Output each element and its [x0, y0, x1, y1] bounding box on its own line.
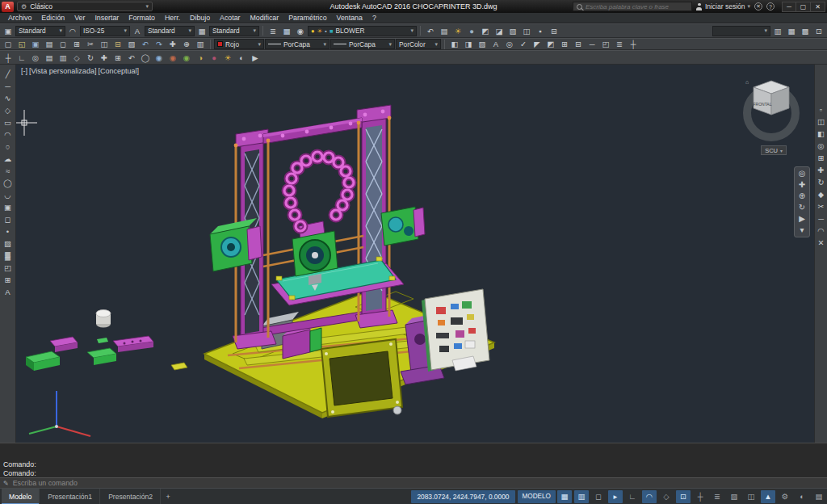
visual-style-realistic-icon[interactable]: ◉: [166, 52, 179, 63]
cut-icon[interactable]: ✂: [84, 39, 97, 50]
view-top-icon[interactable]: ▥: [57, 52, 69, 63]
polar-tracking-icon[interactable]: ◠: [642, 490, 657, 503]
menu-ventana[interactable]: Ventana: [332, 13, 367, 23]
search-input[interactable]: [586, 3, 688, 10]
designcenter-icon[interactable]: ▦: [785, 25, 798, 36]
customize-icon[interactable]: ▤: [812, 490, 826, 503]
visual-style-hidden-icon[interactable]: ◉: [153, 52, 166, 63]
layer-lock-icon[interactable]: ▪: [534, 25, 547, 36]
publish-icon[interactable]: ⊞: [70, 39, 83, 50]
mtext-icon[interactable]: A: [2, 286, 15, 297]
find-icon[interactable]: ◎: [503, 39, 516, 50]
layer-isolate-icon[interactable]: ◩: [479, 25, 492, 36]
signin-button[interactable]: Iniciar sesión: [696, 2, 750, 10]
view-front-icon[interactable]: ▤: [43, 52, 56, 63]
layer-merge-icon[interactable]: ⊟: [548, 25, 560, 36]
viewport-menu-button[interactable]: [-]: [21, 67, 27, 75]
menu-herramientas[interactable]: Herr.: [160, 13, 185, 23]
ucs-icon[interactable]: ∟: [15, 52, 28, 63]
minimize-button[interactable]: ─: [782, 2, 796, 12]
zoom-realtime-icon[interactable]: ⊕: [180, 39, 193, 50]
annotation-scale-icon[interactable]: ▲: [761, 490, 775, 503]
style-group-icon[interactable]: ◠: [66, 25, 79, 36]
layer-filters-icon[interactable]: ▦: [280, 25, 293, 36]
transparency-icon[interactable]: ▨: [727, 490, 741, 503]
point-icon[interactable]: •: [2, 225, 15, 237]
viewcube[interactable]: FRONTAL ⌂: [745, 79, 796, 137]
showmotion-tool-icon[interactable]: ▶: [799, 215, 805, 223]
snap-mode-icon[interactable]: ▥: [574, 490, 589, 503]
ellipse-arc-icon[interactable]: ◡: [2, 189, 15, 200]
infer-constraints-icon[interactable]: ◻: [591, 490, 606, 503]
orbit-tool-icon[interactable]: ↻: [799, 204, 805, 212]
hatch-edit-icon[interactable]: ▨: [476, 39, 489, 50]
save-icon[interactable]: ▣: [29, 39, 42, 50]
layer-on-bulb-icon[interactable]: ●: [311, 27, 315, 35]
open-file-icon[interactable]: ◱: [15, 39, 28, 50]
block-editor-icon[interactable]: ◧: [448, 39, 461, 50]
list-icon[interactable]: ≣: [613, 39, 626, 50]
spline-icon[interactable]: ≈: [2, 165, 15, 176]
model-space-badge[interactable]: MODELO: [518, 490, 556, 503]
redo-icon[interactable]: ↷: [153, 39, 166, 50]
viewcube-home-icon[interactable]: ⌂: [745, 79, 749, 85]
osnap-icon[interactable]: ⊡: [676, 490, 691, 503]
visual-style-conceptual-icon[interactable]: ◉: [180, 52, 193, 63]
zoom-tool-icon[interactable]: ⊕: [799, 192, 805, 200]
lineweight-select[interactable]: PorCapa: [330, 39, 395, 49]
color-select[interactable]: Rojo: [214, 39, 264, 49]
table-icon[interactable]: ⊞: [2, 274, 15, 285]
view-iso-icon[interactable]: ◇: [70, 52, 83, 63]
create-block-icon[interactable]: ◻: [2, 213, 15, 225]
tab-presentacion2[interactable]: Presentación2: [101, 489, 161, 504]
add-layout-button[interactable]: +: [162, 489, 174, 504]
trim-icon[interactable]: ✂: [815, 200, 827, 212]
menu-edicion[interactable]: Edición: [36, 13, 69, 23]
layer-unisolate-icon[interactable]: ◪: [493, 25, 506, 36]
measure-icon[interactable]: ─: [586, 39, 598, 50]
mirror-icon[interactable]: ◧: [815, 128, 827, 139]
layer-freeze-icon[interactable]: ☀: [451, 25, 464, 36]
orbit-icon[interactable]: ↻: [84, 52, 97, 63]
group-icon[interactable]: ⊞: [558, 39, 571, 50]
showmotion-icon[interactable]: ▶: [249, 52, 262, 63]
plot-preview-icon[interactable]: ◻: [57, 39, 69, 50]
navbar-options-icon[interactable]: ▾: [800, 226, 804, 234]
erase-icon[interactable]: ▫: [815, 103, 827, 115]
hatch-icon[interactable]: ▨: [2, 237, 15, 249]
tab-presentacion1[interactable]: Presentación1: [40, 489, 100, 504]
construction-line-icon[interactable]: ─: [2, 80, 15, 91]
otrack-icon[interactable]: ┼: [693, 490, 707, 503]
ellipse-icon[interactable]: ◯: [2, 177, 15, 188]
grid-icon[interactable]: ▦: [557, 490, 572, 503]
line-icon[interactable]: ╱: [2, 68, 15, 79]
polyline-icon[interactable]: ∿: [2, 92, 15, 103]
lights-icon[interactable]: ☀: [221, 52, 234, 63]
printer-model[interactable]: [26, 105, 494, 418]
pan-hand-icon[interactable]: ✚: [799, 181, 805, 189]
copy-icon[interactable]: ◫: [815, 116, 827, 127]
restore-button[interactable]: ▢: [796, 2, 811, 12]
circle-icon[interactable]: ○: [2, 141, 15, 152]
array-icon[interactable]: ⊞: [815, 152, 827, 163]
tab-modelo[interactable]: Modelo: [2, 489, 40, 504]
area-icon[interactable]: ◰: [599, 39, 612, 50]
paste-icon[interactable]: ⊟: [111, 39, 124, 50]
properties-icon[interactable]: ▥: [194, 39, 207, 50]
plotstyle-select[interactable]: PorColor: [396, 39, 441, 49]
style-group-icon[interactable]: ▦: [195, 25, 208, 36]
style-select[interactable]: Standard: [15, 26, 65, 36]
drawing-canvas[interactable]: FRONTAL ⌂: [16, 65, 814, 443]
ortho-icon[interactable]: ∟: [625, 490, 640, 503]
menu-formato[interactable]: Formato: [124, 13, 160, 23]
revcloud-icon[interactable]: ☁: [2, 153, 15, 164]
move-icon[interactable]: ✚: [815, 164, 827, 175]
isolate-objects-icon[interactable]: ◐: [795, 490, 809, 503]
pan-realtime-icon[interactable]: ✚: [166, 39, 179, 50]
menu-parametrico[interactable]: Paramétrico: [283, 13, 331, 23]
viewcube-scu-button[interactable]: SCU: [761, 145, 787, 155]
model-viewport[interactable]: [-] [Vista personalizada] [Conceptual] S…: [16, 65, 814, 443]
workspace-switcher[interactable]: ⚙ Clásico: [17, 2, 153, 11]
menu-modificar[interactable]: Modificar: [245, 13, 283, 23]
zoom-window-icon[interactable]: ⊞: [111, 52, 124, 63]
